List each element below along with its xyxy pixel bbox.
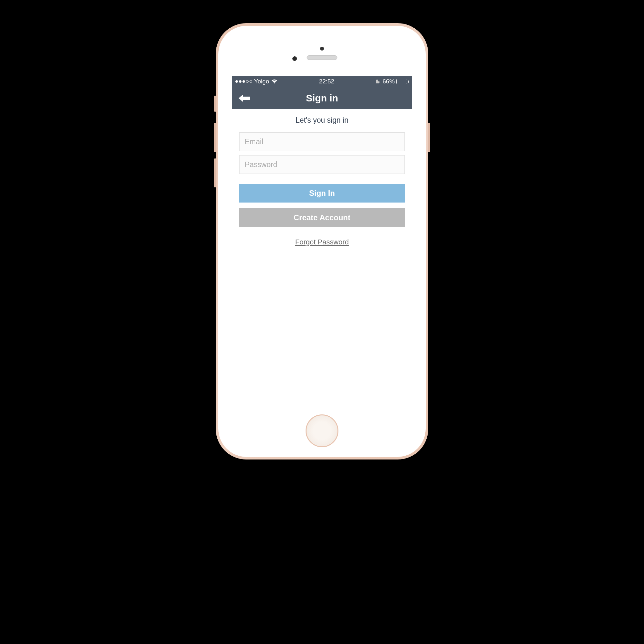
phone-speaker-grille xyxy=(307,55,337,60)
back-arrow-icon xyxy=(238,94,251,103)
wifi-icon xyxy=(271,79,278,84)
password-field[interactable] xyxy=(239,155,405,174)
phone-device-frame: Yoigo 22:52 66% xyxy=(216,23,428,459)
screen: Yoigo 22:52 66% xyxy=(232,76,412,406)
phone-home-button xyxy=(306,414,338,447)
signal-strength-icon xyxy=(235,80,252,83)
create-account-button[interactable]: Create Account xyxy=(239,208,405,227)
email-field[interactable] xyxy=(239,132,405,151)
signin-button[interactable]: Sign In xyxy=(239,184,405,203)
status-bar-left: Yoigo xyxy=(235,78,278,85)
page-title: Sign in xyxy=(306,93,338,104)
phone-bezel: Yoigo 22:52 66% xyxy=(218,26,426,457)
status-bar: Yoigo 22:52 66% xyxy=(232,76,412,87)
phone-sensor-dot xyxy=(292,56,297,61)
do-not-disturb-icon xyxy=(376,78,381,85)
battery-icon xyxy=(396,79,409,84)
back-button[interactable] xyxy=(238,94,251,103)
phone-mute-switch xyxy=(214,96,216,112)
forgot-password-link[interactable]: Forgot Password xyxy=(239,238,405,246)
navigation-bar: Sign in xyxy=(232,87,412,109)
form-subtitle: Let's you sign in xyxy=(239,116,405,125)
phone-volume-up xyxy=(214,123,216,152)
status-bar-time: 22:52 xyxy=(319,78,335,85)
signin-form: Let's you sign in Sign In Create Account… xyxy=(232,109,412,406)
status-bar-right: 66% xyxy=(376,78,409,85)
phone-camera-dot xyxy=(320,47,324,51)
phone-volume-down xyxy=(214,158,216,187)
battery-percent-label: 66% xyxy=(383,78,395,85)
carrier-label: Yoigo xyxy=(254,78,269,85)
phone-power-button xyxy=(428,123,430,152)
